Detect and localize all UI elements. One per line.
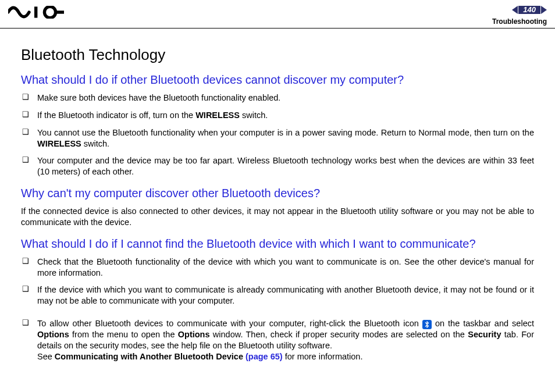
list-item: Make sure both devices have the Bluetoot… (21, 92, 534, 104)
question-2-paragraph: If the connected device is also connecte… (21, 206, 534, 228)
list-item: Check that the Bluetooth functionality o… (21, 256, 534, 279)
svg-point-1 (44, 6, 55, 17)
vaio-logo (8, 6, 64, 19)
section-label[interactable]: Troubleshooting (492, 17, 547, 26)
bluetooth-icon (422, 320, 432, 329)
question-1-list: Make sure both devices have the Bluetoot… (21, 92, 534, 177)
list-item: Your computer and the device may be too … (21, 155, 534, 177)
page-number-badge[interactable]: 140 (512, 6, 547, 14)
question-3-heading[interactable]: What should I do if I cannot find the Bl… (21, 237, 534, 251)
list-item: To allow other Bluetooth devices to comm… (21, 318, 534, 362)
list-item: If the Bluetooth indicator is off, turn … (21, 110, 534, 121)
page-header: 140 Troubleshooting (0, 0, 555, 28)
page-content: Bluetooth Technology What should I do if… (0, 28, 555, 375)
question-1-heading[interactable]: What should I do if other Bluetooth devi… (21, 73, 534, 87)
list-item: If the device with which you want to com… (21, 284, 534, 307)
prev-page-arrow-icon[interactable] (512, 6, 518, 14)
question-2-heading[interactable]: Why can't my computer discover other Blu… (21, 187, 534, 200)
header-right: 140 Troubleshooting (492, 6, 547, 26)
next-page-arrow-icon[interactable] (541, 6, 547, 14)
svg-rect-0 (34, 6, 37, 17)
page-number: 140 (518, 6, 540, 14)
question-3-list: Check that the Bluetooth functionality o… (21, 256, 534, 362)
page-65-link[interactable]: (page 65) (246, 352, 283, 361)
list-item: You cannot use the Bluetooth functionali… (21, 127, 534, 149)
page-title: Bluetooth Technology (21, 46, 534, 64)
